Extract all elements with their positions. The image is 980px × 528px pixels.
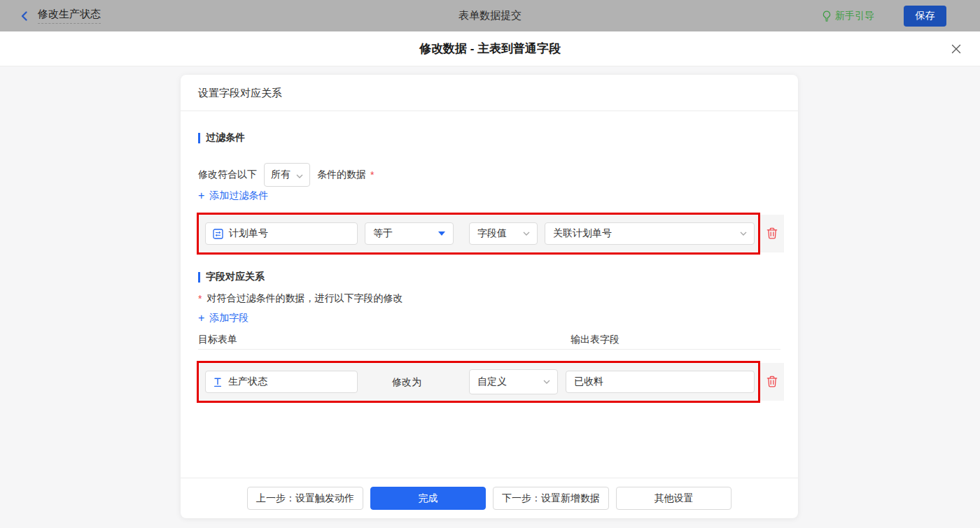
card-footer: 上一步：设置触发动作 完成 下一步：设置新增数据 其他设置 <box>181 478 798 518</box>
custom-value-input[interactable]: 已收料 <box>566 371 755 393</box>
settings-card: 设置字段对应关系 过滤条件 修改符合以下 所有 条件的数据 * + 添 <box>181 75 798 518</box>
section-bar <box>198 133 200 143</box>
other-settings-button[interactable]: 其他设置 <box>616 487 732 510</box>
topbar: 修改生产状态 表单数据提交 新手引导 保存 <box>0 0 980 31</box>
plus-icon: + <box>198 313 204 323</box>
card-title: 设置字段对应关系 <box>181 75 798 111</box>
filter-section-title: 过滤条件 <box>198 132 245 143</box>
done-button[interactable]: 完成 <box>370 487 486 510</box>
prev-step-button[interactable]: 上一步：设置触发动作 <box>247 487 363 510</box>
screen: 修改生产状态 表单数据提交 新手引导 保存 修改数据 - 主表到普通字段 <box>0 0 980 528</box>
beginner-guide-link[interactable]: 新手引导 <box>822 10 874 22</box>
filter-operator-select[interactable]: 等于 <box>365 222 454 245</box>
mapping-description: * 对符合过滤条件的数据，进行以下字段的修改 <box>198 292 402 305</box>
save-button[interactable]: 保存 <box>904 6 946 27</box>
chevron-down-icon <box>740 231 747 236</box>
filter-value-field-select[interactable]: 关联计划单号 <box>545 222 755 245</box>
condition-mode-select[interactable]: 所有 <box>264 163 310 187</box>
condition-mode-row: 修改符合以下 所有 条件的数据 * <box>198 163 374 187</box>
add-field-link[interactable]: + 添加字段 <box>198 312 248 324</box>
mapping-field-select[interactable]: 生产状态 <box>205 371 358 393</box>
add-filter-condition-link[interactable]: + 添加过滤条件 <box>198 190 268 202</box>
serial-field-icon <box>213 229 223 239</box>
chevron-down-icon <box>296 169 303 180</box>
chevron-down-icon <box>543 380 550 384</box>
modify-to-label: 修改为 <box>392 376 421 389</box>
filter-value-type-select[interactable]: 字段值 <box>469 222 538 245</box>
filter-field-select[interactable]: 计划单号 <box>205 222 358 245</box>
dialog-body: 设置字段对应关系 过滤条件 修改符合以下 所有 条件的数据 * + 添 <box>0 66 980 528</box>
mapping-value-type-select[interactable]: 自定义 <box>469 369 558 394</box>
column-header-target-form: 目标表单 <box>198 334 237 346</box>
delete-filter-row-icon[interactable] <box>766 227 778 239</box>
triangle-down-icon <box>438 231 445 236</box>
header-divider <box>198 349 780 350</box>
section-bar <box>198 272 200 283</box>
dialog-header: 修改数据 - 主表到普通字段 <box>0 31 980 66</box>
mapping-section-title: 字段对应关系 <box>198 271 265 283</box>
text-field-icon <box>213 377 223 387</box>
lightbulb-icon <box>822 10 832 22</box>
dialog-title: 修改数据 - 主表到普通字段 <box>0 31 980 66</box>
condition-suffix-label: 条件的数据 <box>317 169 366 181</box>
chevron-down-icon <box>523 231 530 236</box>
plus-icon: + <box>198 191 204 201</box>
column-header-output-field: 输出表字段 <box>570 334 620 346</box>
close-icon[interactable] <box>951 43 962 55</box>
next-step-button[interactable]: 下一步：设置新增数据 <box>493 487 609 510</box>
delete-mapping-row-icon[interactable] <box>766 376 778 387</box>
required-mark: * <box>198 293 202 304</box>
beginner-guide-label: 新手引导 <box>835 10 874 22</box>
required-mark: * <box>370 169 374 180</box>
condition-prefix-label: 修改符合以下 <box>198 169 257 181</box>
